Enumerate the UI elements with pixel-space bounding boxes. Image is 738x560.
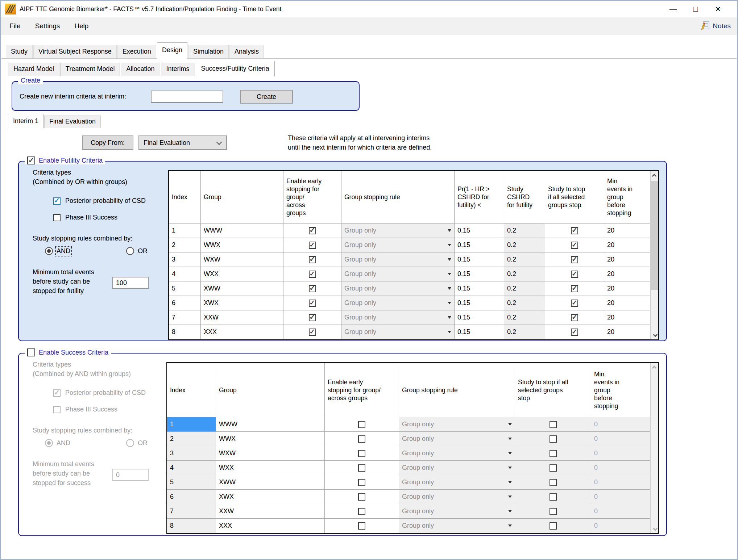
enable-early-stopping-checkbox-cell[interactable] <box>283 267 341 281</box>
study-to-stop-checkbox[interactable] <box>550 421 557 428</box>
study-to-stop-checkbox-cell[interactable] <box>515 417 591 432</box>
tab-study[interactable]: Study <box>6 45 33 59</box>
enable-early-stopping-checkbox-cell[interactable] <box>325 475 399 490</box>
study-to-stop-checkbox[interactable] <box>550 522 557 530</box>
enable-early-stopping-checkbox[interactable] <box>309 314 316 321</box>
cell-min-events[interactable]: 20 <box>604 281 650 296</box>
study-to-stop-checkbox[interactable] <box>571 285 578 292</box>
or-radio-label[interactable]: OR <box>138 247 148 255</box>
enable-early-stopping-checkbox[interactable] <box>309 256 316 263</box>
tab-final-evaluation[interactable]: Final Evaluation <box>44 116 101 128</box>
group-stopping-rule-dropdown[interactable]: Group only <box>341 252 455 267</box>
scrollbar-thumb[interactable] <box>651 181 658 290</box>
tab-virtual-subject-response[interactable]: Virtual Subject Response <box>33 45 117 59</box>
scrollbar-up-button[interactable] <box>651 171 659 180</box>
tab-success-futility-criteria[interactable]: Success/Futility Criteria <box>196 61 275 76</box>
study-to-stop-checkbox-cell[interactable] <box>515 504 591 519</box>
study-to-stop-checkbox-cell[interactable] <box>545 223 604 238</box>
enable-early-stopping-checkbox[interactable] <box>309 242 316 249</box>
cell-pr-futility[interactable]: 0.15 <box>455 267 504 281</box>
create-interim-input[interactable] <box>151 91 223 103</box>
min-events-futility-input[interactable] <box>112 277 149 289</box>
enable-early-stopping-checkbox[interactable] <box>309 227 316 234</box>
enable-early-stopping-checkbox[interactable] <box>358 493 365 501</box>
enable-early-stopping-checkbox-cell[interactable] <box>283 238 341 252</box>
study-to-stop-checkbox[interactable] <box>550 479 557 486</box>
close-button[interactable]: ✕ <box>707 1 729 17</box>
study-to-stop-checkbox-cell[interactable] <box>545 296 604 310</box>
study-to-stop-checkbox-cell[interactable] <box>515 490 591 504</box>
group-stopping-rule-dropdown[interactable]: Group only <box>399 461 515 475</box>
minimize-button[interactable]: — <box>662 1 684 17</box>
tab-simulation[interactable]: Simulation <box>188 45 229 59</box>
study-to-stop-checkbox-cell[interactable] <box>545 281 604 296</box>
group-stopping-rule-dropdown[interactable]: Group only <box>399 490 515 504</box>
group-stopping-rule-dropdown[interactable]: Group only <box>399 504 515 519</box>
study-to-stop-checkbox-cell[interactable] <box>515 432 591 446</box>
study-to-stop-checkbox[interactable] <box>571 271 578 278</box>
enable-early-stopping-checkbox-cell[interactable] <box>325 490 399 504</box>
group-stopping-rule-dropdown[interactable]: Group only <box>341 267 455 281</box>
enable-early-stopping-checkbox-cell[interactable] <box>283 252 341 267</box>
study-to-stop-checkbox[interactable] <box>550 464 557 472</box>
enable-early-stopping-checkbox[interactable] <box>358 421 365 428</box>
study-to-stop-checkbox-cell[interactable] <box>515 446 591 461</box>
enable-early-stopping-checkbox-cell[interactable] <box>325 461 399 475</box>
tab-treatment-model[interactable]: Treatment Model <box>60 63 120 76</box>
cell-pr-futility[interactable]: 0.15 <box>455 252 504 267</box>
enable-early-stopping-checkbox[interactable] <box>358 450 365 457</box>
tab-analysis[interactable]: Analysis <box>229 45 264 59</box>
enable-early-stopping-checkbox[interactable] <box>358 479 365 486</box>
study-to-stop-checkbox-cell[interactable] <box>545 310 604 325</box>
enable-early-stopping-checkbox[interactable] <box>309 271 316 278</box>
cell-pr-futility[interactable]: 0.15 <box>455 223 504 238</box>
cell-min-events[interactable]: 20 <box>604 325 650 339</box>
cell-pr-futility[interactable]: 0.15 <box>455 238 504 252</box>
menu-settings[interactable]: Settings <box>29 22 66 30</box>
cell-study-cshrd[interactable]: 0.2 <box>504 238 545 252</box>
enable-early-stopping-checkbox[interactable] <box>358 464 365 472</box>
enable-early-stopping-checkbox[interactable] <box>309 285 316 292</box>
enable-early-stopping-checkbox[interactable] <box>358 435 365 443</box>
group-stopping-rule-dropdown[interactable]: Group only <box>399 432 515 446</box>
study-to-stop-checkbox[interactable] <box>550 493 557 501</box>
study-to-stop-checkbox[interactable] <box>550 450 557 457</box>
enable-early-stopping-checkbox-cell[interactable] <box>325 519 399 533</box>
study-to-stop-checkbox[interactable] <box>571 256 578 263</box>
cell-study-cshrd[interactable]: 0.2 <box>504 267 545 281</box>
cell-study-cshrd[interactable]: 0.2 <box>504 281 545 296</box>
study-to-stop-checkbox-cell[interactable] <box>545 267 604 281</box>
copy-from-button[interactable]: Copy From: <box>82 135 133 150</box>
enable-early-stopping-checkbox-cell[interactable] <box>283 223 341 238</box>
enable-early-stopping-checkbox-cell[interactable] <box>325 417 399 432</box>
enable-early-stopping-checkbox-cell[interactable] <box>325 504 399 519</box>
cell-min-events[interactable]: 20 <box>604 238 650 252</box>
enable-early-stopping-checkbox[interactable] <box>309 329 316 336</box>
group-stopping-rule-dropdown[interactable]: Group only <box>341 238 455 252</box>
tab-allocation[interactable]: Allocation <box>121 63 160 76</box>
cell-study-cshrd[interactable]: 0.2 <box>504 325 545 339</box>
cell-study-cshrd[interactable]: 0.2 <box>504 223 545 238</box>
tab-hazard-model[interactable]: Hazard Model <box>8 63 59 76</box>
study-to-stop-checkbox[interactable] <box>571 314 578 321</box>
cell-min-events[interactable]: 20 <box>604 310 650 325</box>
study-to-stop-checkbox-cell[interactable] <box>545 238 604 252</box>
scrollbar-down-button[interactable] <box>651 331 659 339</box>
menu-file[interactable]: File <box>4 22 26 30</box>
cell-study-cshrd[interactable]: 0.2 <box>504 310 545 325</box>
group-stopping-rule-dropdown[interactable]: Group only <box>341 310 455 325</box>
enable-early-stopping-checkbox-cell[interactable] <box>283 310 341 325</box>
cell-study-cshrd[interactable]: 0.2 <box>504 252 545 267</box>
cell-min-events[interactable]: 20 <box>604 267 650 281</box>
posterior-probability-csd-checkbox[interactable] <box>53 197 61 205</box>
enable-early-stopping-checkbox[interactable] <box>358 522 365 530</box>
cell-pr-futility[interactable]: 0.15 <box>455 325 504 339</box>
tab-interims[interactable]: Interims <box>161 63 195 76</box>
cell-min-events[interactable]: 20 <box>604 223 650 238</box>
cell-pr-futility[interactable]: 0.15 <box>455 296 504 310</box>
create-button[interactable]: Create <box>240 90 293 104</box>
cell-min-events[interactable]: 20 <box>604 296 650 310</box>
group-stopping-rule-dropdown[interactable]: Group only <box>399 519 515 533</box>
tab-design[interactable]: Design <box>157 42 187 59</box>
menu-help[interactable]: Help <box>69 22 94 30</box>
